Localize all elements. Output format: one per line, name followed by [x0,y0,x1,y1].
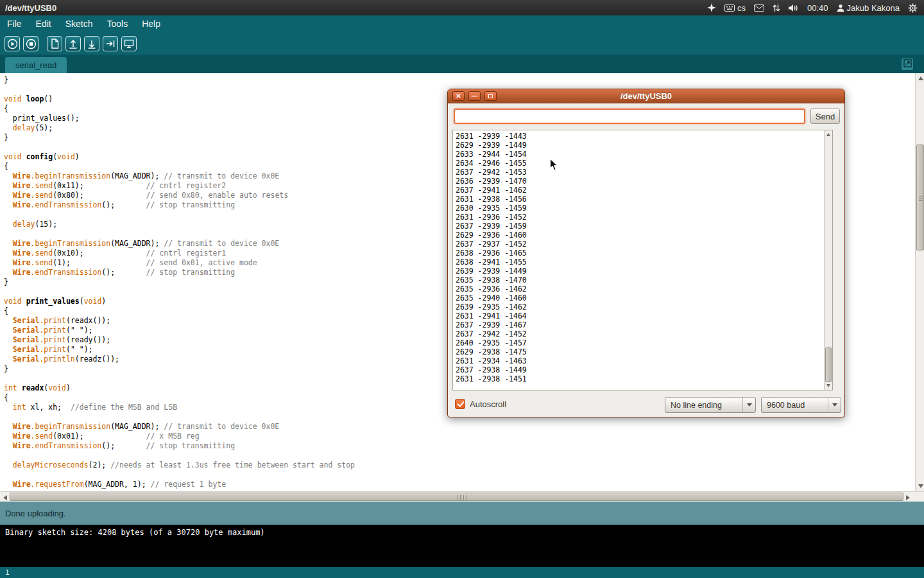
serial-line: 2638 -2936 -1465 [456,249,821,258]
line-number-strip: 1 [0,567,924,578]
mail-icon[interactable] [754,4,764,12]
serial-line: 2629 -2939 -1449 [456,141,821,150]
serial-line: 2638 -2941 -1455 [456,258,821,267]
tab-serial-read[interactable]: serial_read [5,57,67,73]
serial-output-area: 2631 -2939 -14432629 -2939 -14492633 -29… [452,130,833,390]
serial-line: 2631 -2934 -1463 [456,356,821,365]
serial-line: 2636 -2939 -1470 [456,177,821,186]
verify-icon [7,39,18,49]
open-icon [68,39,78,49]
sync-arrows-icon[interactable] [773,4,780,12]
tab-label: serial_read [15,60,56,70]
stop-icon [26,39,37,49]
save-button[interactable] [84,36,99,51]
serial-line: 2637 -2941 -1462 [456,186,821,195]
serial-monitor-window: ✕ — /dev/ttyUSB0 Send 2631 -2939 -144326… [447,89,845,417]
menu-item-help[interactable]: Help [135,15,167,33]
close-icon[interactable]: ✕ [452,91,465,101]
chevron-down-icon[interactable] [742,398,755,412]
serial-monitor-button[interactable] [121,36,137,51]
scroll-right-arrow[interactable] [906,495,910,500]
baud-rate-dropdown[interactable]: 9600 baud [761,397,841,413]
serial-line: 2633 -2944 -1454 [456,150,821,159]
gear-icon[interactable] [908,3,918,13]
keyboard-indicator[interactable]: cs [724,3,746,13]
serial-line: 2637 -2939 -1467 [456,320,821,329]
serial-scroll-thumb[interactable] [825,347,832,382]
line-ending-value: No line ending [671,398,722,412]
tab-menu-icon [903,58,912,70]
serial-line: 2631 -2938 -1451 [456,374,821,383]
serial-line: 2635 -2938 -1470 [456,276,821,285]
upload-icon [105,39,116,49]
code-line [4,451,915,460]
line-ending-dropdown[interactable]: No line ending [665,397,756,413]
menu-item-file[interactable]: File [0,15,29,33]
screen: /dev/ttyUSB0 cs 00:40 Jakub Kakona FileE… [0,0,924,578]
serial-line: 2631 -2936 -1452 [456,213,821,222]
tab-bar: serial_read [0,55,924,73]
send-button[interactable]: Send [810,109,840,124]
scroll-up-arrow[interactable] [918,76,923,80]
new-sketch-button[interactable] [47,36,62,51]
stop-button[interactable] [23,36,38,51]
keyboard-icon [724,4,735,12]
scroll-up-arrow[interactable] [826,133,830,136]
menu-item-edit[interactable]: Edit [29,15,58,33]
serial-line: 2629 -2936 -1460 [456,231,821,240]
upload-button[interactable] [103,36,118,51]
serial-scrollbar[interactable] [824,130,832,390]
code-line [4,470,915,480]
system-tray: cs 00:40 Jakub Kakona [707,3,924,13]
scroll-grip [919,195,923,202]
editor-vscroll-thumb[interactable] [916,144,924,250]
console-text: Binary sketch size: 4208 bytes (of a 307… [5,528,265,537]
mouse-cursor [549,158,558,175]
serial-line: 2637 -2942 -1453 [456,168,821,177]
menu-item-sketch[interactable]: Sketch [58,15,100,33]
editor-vertical-scrollbar[interactable] [915,73,924,491]
chevron-down-icon[interactable] [828,398,841,412]
code-line: Wire.endTransmission(); // stop transmit… [4,441,915,451]
scroll-down-arrow[interactable] [826,384,830,387]
system-top-bar: /dev/ttyUSB0 cs 00:40 Jakub Kakona [0,0,924,15]
scroll-grip [456,495,468,500]
user-icon [837,4,844,12]
user-name-label: Jakub Kakona [847,3,900,13]
serial-line: 2634 -2946 -1455 [456,159,821,168]
serial-line: 2637 -2937 -1452 [456,240,821,249]
volume-icon[interactable] [789,4,799,12]
line-number: 1 [5,568,10,577]
editor-horizontal-scrollbar[interactable] [0,491,924,502]
serial-window-title: /dev/ttyUSB0 [448,89,844,103]
window-title: /dev/ttyUSB0 [0,3,56,13]
serial-line: 2630 -2935 -1459 [456,204,821,213]
user-menu[interactable]: Jakub Kakona [837,3,900,13]
build-console: Binary sketch size: 4208 bytes (of a 307… [0,525,924,567]
minimize-icon[interactable]: — [468,91,481,101]
tab-menu-button[interactable] [901,58,914,71]
code-line: Wire.beginTransmission(MAG_ADDR); // tra… [4,422,915,432]
editor-hscroll-thumb[interactable] [10,493,903,501]
menu-bar-items: FileEditSketchToolsHelp [0,15,924,33]
clock-label[interactable]: 00:40 [807,3,828,13]
scroll-down-arrow[interactable] [918,484,923,488]
serial-monitor-icon [124,39,134,49]
code-line: delayMicroseconds(2); //needs at least 1… [4,460,915,470]
verify-button[interactable] [4,36,20,51]
menu-item-tools[interactable]: Tools [100,15,135,33]
serial-window-titlebar[interactable]: ✕ — /dev/ttyUSB0 [448,89,844,103]
serial-line: 2637 -2939 -1459 [456,222,821,231]
keyboard-layout-label: cs [737,3,746,13]
open-button[interactable] [65,36,81,51]
toolbar [0,33,924,55]
maximize-icon[interactable] [484,91,497,101]
autoscroll-checkbox[interactable] [455,399,465,409]
serial-output-text: 2631 -2939 -14432629 -2939 -14492633 -29… [453,130,824,390]
sparkle-icon[interactable] [707,3,716,12]
serial-line: 2640 -2935 -1457 [456,338,821,347]
new-sketch-icon [50,39,60,49]
serial-send-input[interactable] [454,109,805,124]
save-icon [87,39,97,49]
scroll-left-arrow[interactable] [3,495,7,500]
